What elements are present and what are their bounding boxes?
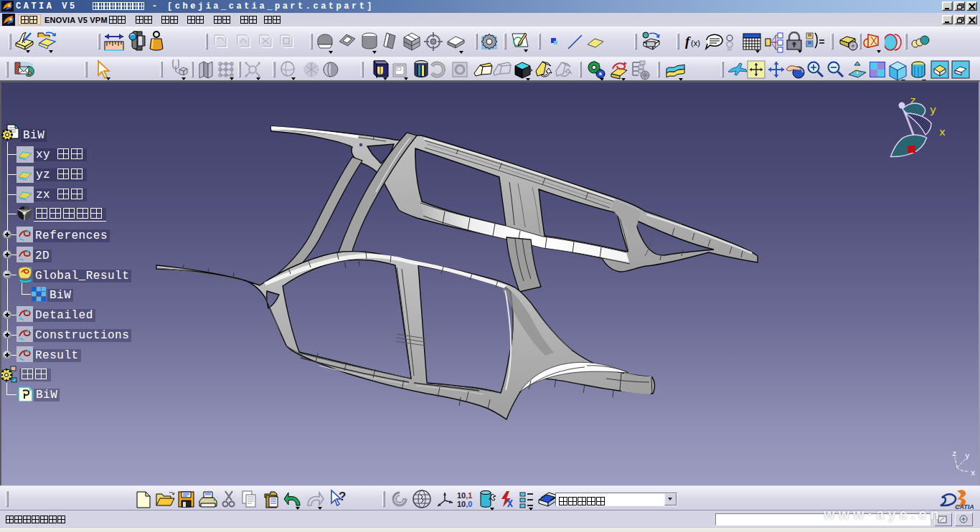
svg-text:10,0: 10,0 — [457, 500, 472, 508]
svg-text:10,1: 10,1 — [457, 491, 472, 500]
svg-text:z: z — [910, 95, 916, 108]
svg-text:y: y — [965, 452, 970, 460]
svg-text:x: x — [971, 469, 976, 478]
svg-text:(x): (x) — [691, 39, 700, 47]
svg-text:f: f — [685, 34, 691, 49]
svg-text:?: ? — [339, 490, 346, 503]
svg-text:CATIA: CATIA — [955, 503, 974, 510]
svg-text:z: z — [952, 450, 957, 458]
svg-text:y: y — [930, 105, 936, 117]
svg-text:x: x — [939, 127, 946, 139]
